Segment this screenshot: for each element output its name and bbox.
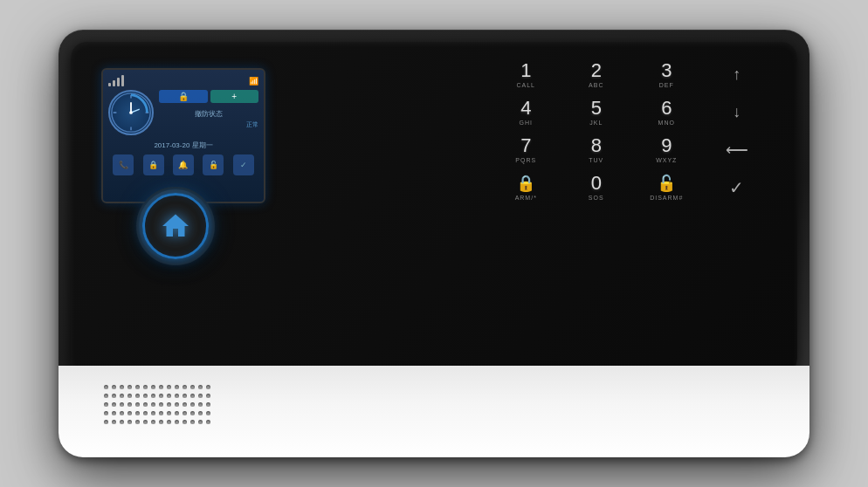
log-label: 撤防状态 <box>159 109 258 119</box>
date-display: 2017-03-20 星期一 <box>108 141 258 150</box>
keypad: 1 CALL 2 ABC 3 DEF ↑ 4 GHI 5 JKL <box>496 61 767 201</box>
home-icon <box>160 210 191 242</box>
signal-indicator <box>108 75 124 86</box>
bottom-icon-bar: 📞 🔒 🔔 🔓 ✓ <box>108 154 258 175</box>
key-4[interactable]: 4 GHI <box>496 99 556 126</box>
key-6[interactable]: 6 MNO <box>637 99 697 126</box>
key-arm[interactable]: 🔒 ARM/* <box>496 174 556 201</box>
status-text: 正常 <box>159 120 258 129</box>
key-down[interactable]: ↓ <box>707 99 768 126</box>
key-3[interactable]: 3 DEF <box>637 61 697 88</box>
device-bottom-strip: // Speaker dots rendered inline <box>59 366 809 457</box>
glass-panel: 📶 <box>71 42 797 374</box>
key-2[interactable]: 2 ABC <box>567 61 627 88</box>
key-8[interactable]: 8 TUV <box>567 136 627 163</box>
home-button-ring <box>142 193 209 259</box>
key-0[interactable]: 0 SOS <box>567 174 627 201</box>
lcd-screen: 📶 <box>101 68 265 203</box>
speaker-grille: // Speaker dots rendered inline <box>104 385 217 433</box>
wifi-icon: 📶 <box>249 77 258 86</box>
key-5[interactable]: 5 JKL <box>567 99 627 126</box>
alarm-panel-device: 📶 <box>59 30 809 457</box>
key-7[interactable]: 7 PQRS <box>496 136 556 163</box>
key-confirm[interactable]: ✓ <box>707 174 768 201</box>
key-1[interactable]: 1 CALL <box>496 61 556 88</box>
home-button[interactable] <box>136 187 215 265</box>
analog-clock <box>108 90 154 135</box>
key-up[interactable]: ↑ <box>707 61 768 88</box>
digital-display: 🔒 + 撤防状态 正常 <box>159 90 258 135</box>
svg-point-7 <box>129 111 133 114</box>
key-9[interactable]: 9 WXYZ <box>637 136 697 163</box>
key-disarm[interactable]: 🔓 DISARM# <box>637 174 697 201</box>
key-backspace[interactable]: ⟵ <box>707 136 768 163</box>
